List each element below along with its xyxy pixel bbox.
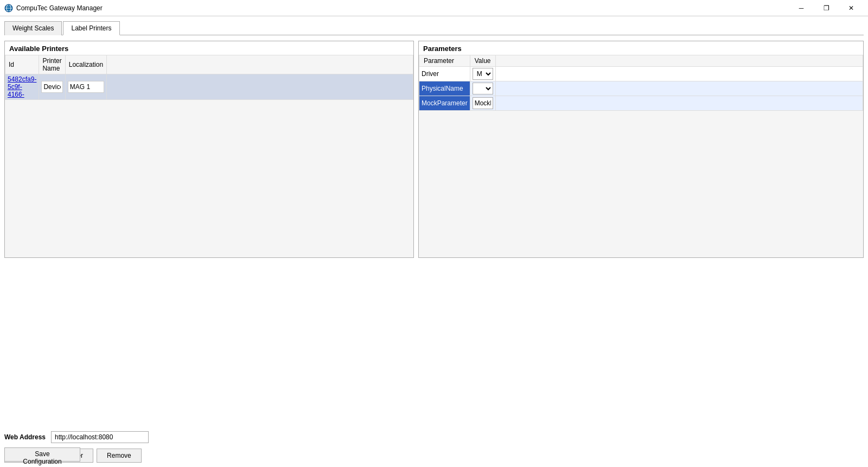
param-label-mock-parameter: MockParameter bbox=[419, 96, 470, 111]
title-bar-left: CompuTec Gateway Manager bbox=[4, 4, 103, 12]
available-printers-panel: Available Printers Id Printer Name Local… bbox=[4, 41, 414, 258]
printer-id[interactable]: 5482cfa9-5c9f-4166- bbox=[5, 74, 39, 100]
physical-name-select[interactable] bbox=[473, 83, 493, 94]
printer-name-cell bbox=[39, 74, 65, 100]
printer-extra-cell bbox=[107, 74, 413, 100]
col-printer-name: Printer Name bbox=[39, 55, 65, 74]
param-row-physical-name: PhysicalName bbox=[419, 81, 863, 96]
window-title: CompuTec Gateway Manager bbox=[16, 4, 103, 12]
printer-name-input[interactable] bbox=[41, 81, 62, 93]
mock-parameter-input[interactable] bbox=[473, 97, 493, 109]
footer: Web Address Save Configuration bbox=[4, 431, 149, 462]
param-value-driver: MockDriver bbox=[470, 67, 495, 81]
col-localization: Localization bbox=[65, 55, 106, 74]
param-value-physical-name bbox=[470, 81, 495, 96]
minimize-button[interactable]: ─ bbox=[789, 0, 814, 16]
printer-localization-input[interactable] bbox=[68, 81, 104, 93]
printer-row[interactable]: 5482cfa9-5c9f-4166- bbox=[5, 74, 413, 100]
col-value-extra bbox=[495, 55, 863, 67]
param-row-mock-parameter: MockParameter bbox=[419, 96, 863, 111]
params-table-container: Parameter Value Driver MockDriver bbox=[419, 55, 863, 257]
driver-select[interactable]: MockDriver bbox=[473, 68, 493, 80]
title-bar-controls: ─ ❐ ✕ bbox=[789, 0, 864, 16]
restore-button[interactable]: ❐ bbox=[814, 0, 839, 16]
panels: Available Printers Id Printer Name Local… bbox=[4, 41, 864, 443]
param-label-physical-name: PhysicalName bbox=[419, 81, 470, 96]
param-row-driver: Driver MockDriver bbox=[419, 67, 863, 81]
param-label-driver: Driver bbox=[419, 67, 470, 81]
col-id: Id bbox=[5, 55, 39, 74]
param-value-mock-parameter bbox=[470, 96, 495, 111]
params-table: Parameter Value Driver MockDriver bbox=[419, 55, 863, 111]
col-parameter: Parameter bbox=[419, 55, 470, 67]
printers-table: Id Printer Name Localization 5482cfa9-5c… bbox=[5, 55, 413, 100]
param-extra-mock-parameter bbox=[495, 96, 863, 111]
tab-weight-scales[interactable]: Weight Scales bbox=[4, 21, 62, 35]
title-bar: CompuTec Gateway Manager ─ ❐ ✕ bbox=[0, 0, 868, 16]
param-extra-driver bbox=[495, 67, 863, 81]
close-button[interactable]: ✕ bbox=[839, 0, 864, 16]
tab-bar: Weight Scales Label Printers bbox=[4, 21, 864, 35]
param-extra-physical-name bbox=[495, 81, 863, 96]
save-configuration-button[interactable]: Save Configuration bbox=[4, 447, 80, 462]
parameters-panel: Parameters Parameter Value Driver bbox=[418, 41, 864, 258]
web-address-input[interactable] bbox=[51, 431, 149, 443]
app-icon bbox=[4, 4, 13, 12]
web-address-row: Web Address bbox=[4, 431, 149, 443]
parameters-title: Parameters bbox=[419, 41, 863, 55]
col-extra bbox=[107, 55, 413, 74]
web-address-label: Web Address bbox=[4, 433, 46, 441]
printer-localization-cell bbox=[65, 74, 106, 100]
col-value: Value bbox=[470, 55, 495, 67]
available-printers-title: Available Printers bbox=[5, 41, 413, 55]
main-content: Weight Scales Label Printers Available P… bbox=[0, 16, 868, 467]
printers-table-container: Id Printer Name Localization 5482cfa9-5c… bbox=[5, 55, 413, 257]
tab-label-printers[interactable]: Label Printers bbox=[63, 21, 119, 35]
